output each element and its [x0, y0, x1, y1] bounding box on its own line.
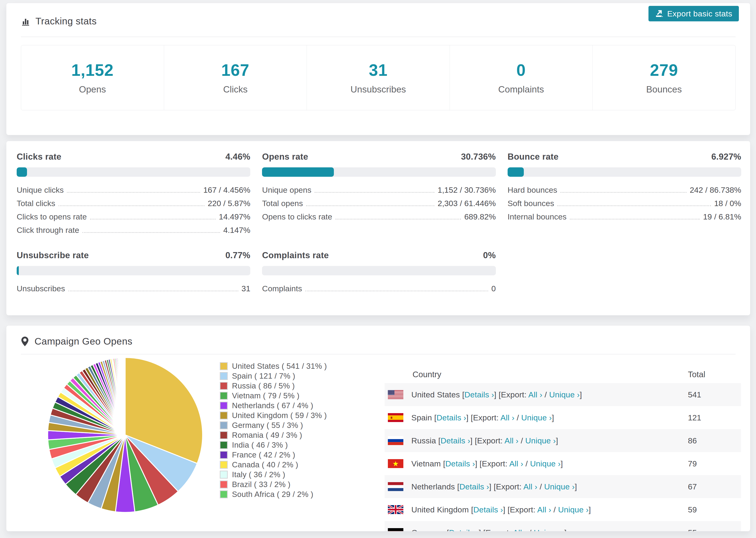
rate-value: 4.46%	[225, 152, 250, 162]
rate-row-value: 242 / 86.738%	[690, 186, 741, 194]
legend-item-vietnam[interactable]: Vietnam ( 79 / 5% )	[220, 391, 327, 401]
total-cell: 79	[688, 459, 741, 468]
stat-value: 279	[650, 61, 678, 80]
details-link[interactable]: Details ›	[464, 390, 494, 399]
export-all-link[interactable]: All ›	[501, 413, 514, 422]
export-unique-link[interactable]: Unique ›	[544, 482, 575, 491]
export-unique-link[interactable]: Unique ›	[558, 505, 589, 514]
export-all-link[interactable]: All ›	[523, 482, 537, 491]
details-link[interactable]: Details ›	[459, 482, 489, 491]
rate-section-head: Complaints rate0%	[262, 250, 496, 260]
rate-row-value: 0	[491, 284, 496, 293]
flag-es-icon	[388, 413, 404, 422]
rate-rows: Unsubscribes31	[17, 282, 250, 295]
legend-item-canada[interactable]: Canada ( 40 / 2% )	[220, 460, 327, 470]
legend-item-south-africa[interactable]: South Africa ( 29 / 2% )	[220, 489, 327, 499]
legend-item-spain[interactable]: Spain ( 121 / 7% )	[220, 371, 327, 381]
rate-row-value: 2,303 / 61.446%	[438, 199, 496, 208]
rate-row-label: Soft bounces	[508, 199, 554, 208]
rate-progress-bar	[17, 167, 250, 177]
tracking-stats-card: Tracking stats Export basic stats 1,152O…	[6, 3, 750, 135]
export-all-link[interactable]: All ›	[513, 528, 527, 532]
rate-row-label: Clicks to opens rate	[17, 212, 87, 221]
details-link[interactable]: Details ›	[436, 413, 466, 422]
legend-item-united-kingdom[interactable]: United Kingdom ( 59 / 3% )	[220, 410, 327, 420]
legend-item-united-states[interactable]: United States ( 541 / 31% )	[220, 361, 327, 371]
rate-row: Complaints0	[262, 282, 496, 295]
country-name: United Kingdom	[411, 505, 471, 514]
total-column-header: Total	[688, 370, 741, 379]
legend-swatch	[220, 451, 228, 459]
rate-progress-fill	[508, 167, 524, 177]
table-row-nl: Netherlands [Details ›] [Export: All › /…	[385, 475, 741, 498]
export-unique-link[interactable]: Unique ›	[549, 390, 580, 399]
export-basic-stats-button[interactable]: Export basic stats	[648, 6, 739, 21]
rate-title: Bounce rate	[508, 152, 559, 162]
legend-item-brazil[interactable]: Brazil ( 33 / 2% )	[220, 480, 327, 489]
tracking-stats-header: Tracking stats Export basic stats	[21, 3, 735, 37]
legend-item-india[interactable]: India ( 46 / 3% )	[220, 440, 327, 450]
rate-row: Click through rate4.147%	[17, 224, 250, 237]
rate-row-label: Unique clicks	[17, 186, 64, 194]
legend-swatch	[220, 431, 228, 439]
rate-section-head: Opens rate30.736%	[262, 152, 496, 162]
details-link[interactable]: Details ›	[449, 528, 479, 532]
rate-row-value: 4.147%	[223, 226, 250, 235]
rates-card: Clicks rate4.46%Unique clicks167 / 4.456…	[6, 141, 750, 315]
dotted-leader	[306, 205, 434, 206]
flag-us-icon	[388, 390, 404, 399]
geo-table-header: Country Total	[385, 365, 741, 383]
rate-row: Hard bounces242 / 86.738%	[508, 183, 741, 197]
flag-de-icon	[388, 528, 404, 531]
export-all-link[interactable]: All ›	[537, 505, 551, 514]
page-title: Tracking stats	[35, 16, 97, 27]
export-all-link[interactable]: All ›	[509, 459, 523, 468]
stat-label: Opens	[79, 84, 106, 95]
country-row-text: Netherlands [Details ›] [Export: All › /…	[411, 482, 577, 491]
campaign-geo-opens-card: Campaign Geo Opens United States ( 541 /…	[6, 325, 750, 531]
export-unique-link[interactable]: Unique ›	[525, 436, 556, 445]
legend-item-russia[interactable]: Russia ( 86 / 5% )	[220, 381, 327, 391]
export-all-link[interactable]: All ›	[505, 436, 519, 445]
legend-item-romania[interactable]: Romania ( 49 / 3% )	[220, 430, 327, 440]
rate-progress-bar	[262, 167, 496, 177]
stat-label: Complaints	[498, 84, 544, 95]
total-cell: 59	[688, 505, 741, 514]
details-link[interactable]: Details ›	[445, 459, 475, 468]
legend-swatch	[220, 402, 228, 409]
rate-row-label: Click through rate	[17, 226, 79, 235]
country-cell: United Kingdom [Details ›] [Export: All …	[385, 505, 688, 514]
rate-row: Opens to clicks rate689.82%	[262, 210, 496, 224]
stat-cell-clicks: 167Clicks	[164, 45, 307, 110]
details-link[interactable]: Details ›	[473, 505, 503, 514]
details-link[interactable]: Details ›	[441, 436, 470, 445]
stat-cell-bounces: 279Bounces	[592, 45, 735, 110]
legend-item-germany[interactable]: Germany ( 55 / 3% )	[220, 420, 327, 430]
rate-row: Soft bounces18 / 0%	[508, 197, 741, 210]
legend-swatch	[220, 362, 228, 370]
rate-section-bounce-rate: Bounce rate6.927%Hard bounces242 / 86.73…	[508, 152, 741, 237]
legend-item-netherlands[interactable]: Netherlands ( 67 / 4% )	[220, 401, 327, 410]
rate-row-label: Unique opens	[262, 186, 311, 194]
country-cell: Russia [Details ›] [Export: All › / Uniq…	[385, 436, 688, 445]
export-unique-link[interactable]: Unique ›	[530, 459, 561, 468]
legend-swatch	[220, 480, 228, 488]
rate-section-head: Unsubscribe rate0.77%	[17, 250, 250, 260]
rate-row-label: Hard bounces	[508, 186, 557, 194]
rate-value: 30.736%	[461, 152, 496, 162]
country-cell: Vietnam [Details ›] [Export: All › / Uni…	[385, 459, 688, 468]
rate-progress-fill	[262, 167, 334, 177]
dotted-leader	[90, 219, 216, 219]
country-row-text: United Kingdom [Details ›] [Export: All …	[411, 505, 591, 514]
geo-section-title: Campaign Geo Opens	[34, 336, 133, 347]
legend-item-italy[interactable]: Italy ( 36 / 2% )	[220, 470, 327, 480]
country-row-text: Spain [Details ›] [Export: All › / Uniqu…	[411, 413, 554, 422]
export-unique-link[interactable]: Unique ›	[534, 528, 564, 532]
legend-label: Spain ( 121 / 7% )	[232, 372, 296, 381]
export-unique-link[interactable]: Unique ›	[521, 413, 552, 422]
export-all-link[interactable]: All ›	[528, 390, 542, 399]
rate-row-value: 220 / 5.87%	[208, 199, 250, 208]
legend-label: Italy ( 36 / 2% )	[232, 470, 285, 479]
legend-item-france[interactable]: France ( 42 / 2% )	[220, 450, 327, 460]
table-row-ru: Russia [Details ›] [Export: All › / Uniq…	[385, 429, 741, 452]
